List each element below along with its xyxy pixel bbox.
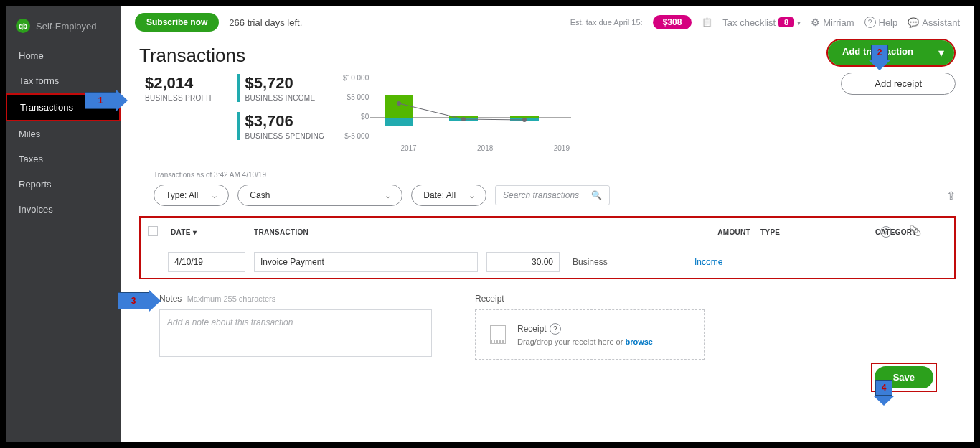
sidebar-item-reports[interactable]: Reports bbox=[6, 172, 121, 197]
app-name: Self-Employed bbox=[36, 21, 97, 32]
sidebar-item-taxes[interactable]: Taxes bbox=[6, 146, 121, 172]
income-label: BUSINESS INCOME bbox=[245, 94, 325, 102]
sidebar: qb Self-Employed Home Tax forms Transact… bbox=[6, 6, 121, 442]
tax-checklist-link[interactable]: Tax checklist 8 ▾ bbox=[722, 17, 801, 28]
date-filter[interactable]: Date: All⌵ bbox=[411, 185, 486, 206]
search-icon: 🔍 bbox=[591, 190, 602, 200]
sidebar-item-transactions[interactable]: Transactions bbox=[6, 93, 121, 121]
receipt-label: Receipt bbox=[475, 294, 705, 304]
receipt-dropzone[interactable]: Receipt Drag/drop your receipt here or b… bbox=[475, 309, 705, 360]
svg-rect-5 bbox=[510, 116, 539, 118]
col-transaction-header[interactable]: TRANSACTION bbox=[254, 228, 689, 236]
add-transaction-menu-caret[interactable]: ▾ bbox=[928, 40, 954, 65]
svg-point-7 bbox=[397, 101, 401, 106]
svg-point-8 bbox=[461, 117, 466, 121]
chevron-down-icon: ▾ bbox=[797, 19, 801, 27]
attachment-icon[interactable] bbox=[909, 225, 921, 238]
select-all-checkbox[interactable] bbox=[148, 226, 158, 236]
help-icon[interactable] bbox=[550, 323, 561, 335]
gear-icon bbox=[811, 17, 820, 28]
chart-svg bbox=[370, 74, 571, 140]
table-header-row: DATE ▾ TRANSACTION AMOUNT TYPE CATEGORY bbox=[141, 218, 954, 246]
transactions-table: DATE ▾ TRANSACTION AMOUNT TYPE CATEGORY … bbox=[139, 216, 956, 279]
subscribe-button[interactable]: Subscribe now bbox=[135, 13, 219, 32]
type-filter[interactable]: Type: All⌵ bbox=[154, 185, 229, 206]
timestamp-note: Transactions as of 3:42 AM 4/10/19 bbox=[154, 171, 956, 179]
profit-chart: $10 000 $5 000 $0 $-5 000 bbox=[370, 74, 600, 152]
svg-rect-1 bbox=[385, 95, 413, 118]
category-link[interactable]: Income bbox=[694, 257, 722, 267]
receipt-icon bbox=[490, 325, 506, 344]
chevron-down-icon: ⌵ bbox=[212, 192, 217, 200]
checklist-count-badge: 8 bbox=[778, 17, 794, 27]
notes-label: Notes Maximum 255 characters bbox=[159, 294, 432, 304]
help-icon bbox=[864, 17, 876, 29]
col-date-header[interactable]: DATE ▾ bbox=[168, 228, 254, 236]
sidebar-item-home[interactable]: Home bbox=[6, 43, 121, 68]
col-type-header[interactable]: TYPE bbox=[760, 228, 875, 236]
type-value[interactable]: Business bbox=[573, 257, 680, 267]
amount-field[interactable] bbox=[486, 252, 560, 272]
table-row: Business Income bbox=[141, 246, 954, 278]
add-transaction-button[interactable]: Add transaction bbox=[828, 40, 928, 65]
spending-label: BUSINESS SPENDING bbox=[245, 132, 325, 140]
user-menu[interactable]: Mirriam bbox=[811, 17, 854, 28]
topbar: Subscribe now 266 trial days left. Est. … bbox=[121, 6, 974, 39]
income-value: $5,720 bbox=[245, 74, 325, 93]
chat-icon bbox=[908, 17, 919, 28]
transaction-field[interactable] bbox=[254, 252, 478, 272]
add-receipt-button[interactable]: Add receipt bbox=[841, 73, 956, 95]
profit-value: $2,014 bbox=[145, 74, 213, 93]
help-icon[interactable] bbox=[880, 225, 892, 238]
help-link[interactable]: Help bbox=[864, 17, 898, 29]
add-transaction-group: Add transaction ▾ bbox=[826, 39, 956, 67]
profit-label: BUSINESS PROFIT bbox=[145, 94, 213, 102]
save-button[interactable]: Save bbox=[875, 366, 933, 388]
spending-value: $3,706 bbox=[245, 112, 325, 131]
svg-point-9 bbox=[522, 118, 527, 122]
clipboard-icon[interactable] bbox=[702, 17, 712, 27]
sidebar-item-miles[interactable]: Miles bbox=[6, 121, 121, 146]
app-logo-row: qb Self-Employed bbox=[6, 13, 121, 43]
qb-logo-icon: qb bbox=[16, 19, 30, 33]
tax-due-amount[interactable]: $308 bbox=[653, 15, 692, 29]
trial-days-text: 266 trial days left. bbox=[229, 17, 302, 28]
date-field[interactable] bbox=[168, 252, 245, 272]
sidebar-item-invoices[interactable]: Invoices bbox=[6, 197, 121, 222]
svg-rect-2 bbox=[385, 118, 413, 126]
assistant-link[interactable]: Assistant bbox=[908, 17, 960, 28]
chevron-down-icon: ⌵ bbox=[470, 192, 474, 200]
browse-link[interactable]: browse bbox=[625, 337, 653, 346]
account-filter[interactable]: Cash⌵ bbox=[237, 185, 402, 206]
search-input[interactable]: Search transactions 🔍 bbox=[495, 185, 610, 205]
export-icon[interactable]: ⇪ bbox=[946, 189, 956, 202]
col-amount-header[interactable]: AMOUNT bbox=[689, 228, 760, 236]
notes-textarea[interactable]: Add a note about this transaction bbox=[159, 309, 432, 357]
chevron-down-icon: ▾ bbox=[938, 46, 944, 60]
tax-due-label: Est. tax due April 15: bbox=[570, 18, 643, 27]
sidebar-item-tax-forms[interactable]: Tax forms bbox=[6, 68, 121, 93]
chevron-down-icon: ⌵ bbox=[386, 192, 390, 200]
